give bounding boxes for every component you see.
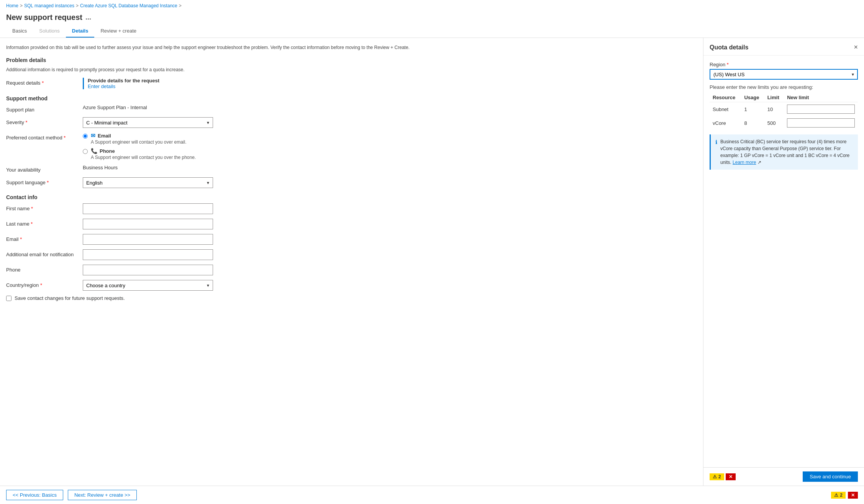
page-title: New support request (6, 13, 82, 22)
breadcrumb: Home > SQL managed instances > Create Az… (0, 0, 864, 11)
availability-label: Your availability (6, 165, 83, 173)
provide-details-title: Provide details for the request (88, 78, 697, 83)
severity-select[interactable]: C - Minimal impact B - Moderate impact A… (83, 117, 213, 128)
contact-radio-group: ✉ Email A Support engineer will contact … (83, 133, 697, 160)
last-name-row: Last name * (6, 219, 697, 229)
email-icon: ✉ (91, 133, 95, 139)
resource-vcore: vCore (710, 116, 741, 130)
enter-details-link[interactable]: Enter details (88, 83, 115, 89)
quota-footer: ⚠ 2 ✕ Save and continue (703, 467, 864, 486)
region-select[interactable]: (US) West US (US) East US (EU) West Euro… (710, 69, 858, 80)
severity-label: Severity * (6, 117, 83, 125)
bottom-bar: << Previous: Basics Next: Review + creat… (0, 486, 864, 504)
email-input[interactable] (83, 234, 213, 245)
save-continue-button[interactable]: Save and continue (803, 471, 858, 482)
email-field-label: Email * (6, 234, 83, 242)
tab-solutions: Solutions (33, 25, 66, 38)
first-name-row: First name * (6, 203, 697, 214)
availability-row: Your availability Business Hours (6, 165, 697, 173)
country-label: Country/region * (6, 280, 83, 288)
support-language-label: Support language * (6, 177, 83, 185)
warning-count: 2 (840, 493, 843, 498)
phone-input[interactable] (83, 265, 213, 275)
tab-bar: Basics Solutions Details Review + create (0, 25, 864, 38)
prev-basics-button[interactable]: << Previous: Basics (6, 490, 63, 500)
breadcrumb-create[interactable]: Create Azure SQL Database Managed Instan… (80, 3, 177, 8)
quota-header: Quota details × (703, 38, 864, 56)
quota-error-icon: ✕ (729, 474, 733, 479)
breadcrumb-home[interactable]: Home (6, 3, 18, 8)
problem-details-title: Problem details (6, 57, 697, 63)
info-text: Business Critical (BC) service tier requ… (720, 138, 853, 166)
quota-error-badge: ✕ (726, 473, 736, 480)
quota-footer-warnings: ⚠ 2 ✕ (710, 473, 736, 480)
save-contact-checkbox[interactable] (6, 296, 11, 301)
learn-more-link[interactable]: Learn more (733, 160, 756, 165)
additional-email-row: Additional email for notification (6, 249, 697, 260)
warning-badge: ⚠ 2 (831, 492, 846, 499)
main-content: Information provided on this tab will be… (0, 38, 703, 486)
request-details-row: Request details * Provide details for th… (6, 78, 697, 89)
phone-icon: 📞 (91, 148, 97, 154)
problem-details-info: Additional information is required to pr… (6, 66, 697, 73)
phone-radio[interactable] (83, 149, 88, 154)
phone-radio-item: 📞 Phone A Support engineer will contact … (83, 148, 697, 160)
info-box: ℹ Business Critical (BC) service tier re… (710, 134, 858, 170)
save-contact-row: Save contact changes for future support … (6, 295, 697, 301)
table-row: vCore 8 500 (710, 116, 858, 130)
usage-subnet: 1 (741, 102, 764, 116)
phone-field-label: Phone (6, 265, 83, 273)
additional-email-input[interactable] (83, 249, 213, 260)
usage-vcore: 8 (741, 116, 764, 130)
quota-table: Resource Usage Limit New limit Subnet 1 … (710, 93, 858, 130)
support-language-select[interactable]: English French German Spanish (83, 177, 213, 188)
region-select-wrapper[interactable]: (US) West US (US) East US (EU) West Euro… (710, 69, 858, 80)
col-resource: Resource (710, 93, 741, 102)
warning-icon: ⚠ (713, 474, 717, 479)
tab-details[interactable]: Details (66, 25, 95, 38)
support-plan-value: Azure Support Plan - Internal (83, 105, 697, 110)
country-select[interactable]: Choose a country United States United Ki… (83, 280, 213, 291)
col-limit: Limit (764, 93, 784, 102)
provide-details-block: Provide details for the request Enter de… (83, 78, 697, 89)
new-limit-vcore-input[interactable] (787, 118, 855, 128)
last-name-input[interactable] (83, 219, 213, 229)
additional-email-label: Additional email for notification (6, 249, 83, 257)
tab-review-create[interactable]: Review + create (94, 25, 143, 38)
first-name-label: First name * (6, 203, 83, 211)
email-label: Email (98, 133, 111, 139)
contact-info-title: Contact info (6, 194, 697, 200)
contact-method-label: Preferred contact method * (6, 133, 83, 141)
contact-method-options: ✉ Email A Support engineer will contact … (83, 133, 697, 160)
info-icon: ℹ (715, 138, 717, 166)
support-language-field[interactable]: English French German Spanish ▼ (83, 177, 697, 188)
new-limit-subnet-input[interactable] (787, 105, 855, 114)
breadcrumb-sql[interactable]: SQL managed instances (24, 3, 74, 8)
severity-field[interactable]: C - Minimal impact B - Moderate impact A… (83, 117, 697, 128)
tab-info-text: Information provided on this tab will be… (6, 44, 697, 51)
tab-basics[interactable]: Basics (6, 25, 33, 38)
limit-subnet: 10 (764, 102, 784, 116)
email-row: Email * (6, 234, 697, 245)
more-options-button[interactable]: ... (85, 13, 91, 21)
contact-method-row: Preferred contact method * ✉ Email A Sup… (6, 133, 697, 160)
resource-subnet: Subnet (710, 102, 741, 116)
breadcrumb-sep3: > (179, 3, 182, 8)
country-row: Country/region * Choose a country United… (6, 280, 697, 291)
limit-vcore: 500 (764, 116, 784, 130)
phone-field-row: Phone (6, 265, 697, 275)
quota-close-button[interactable]: × (854, 43, 858, 51)
request-details-label: Request details * (6, 78, 83, 86)
email-desc: A Support engineer will contact you over… (91, 139, 186, 145)
quota-body: Region * (US) West US (US) East US (EU) … (703, 56, 864, 176)
email-radio[interactable] (83, 134, 88, 139)
warning-area: ⚠ 2 ✕ (831, 492, 858, 499)
first-name-input[interactable] (83, 203, 213, 214)
phone-label: Phone (100, 148, 115, 154)
next-review-button[interactable]: Next: Review + create >> (68, 490, 137, 500)
warning-icon: ⚠ (834, 493, 838, 498)
breadcrumb-sep1: > (20, 3, 23, 8)
availability-value: Business Hours (83, 163, 118, 170)
table-row: Subnet 1 10 (710, 102, 858, 116)
support-plan-label: Support plan (6, 105, 83, 113)
